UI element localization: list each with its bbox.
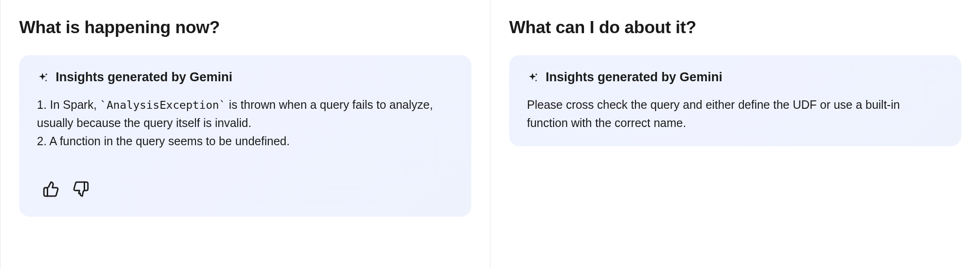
insight-header: Insights generated by Gemini: [527, 70, 944, 85]
thumbs-up-icon: [43, 181, 59, 199]
insight-card-whats-happening: Insights generated by Gemini 1. In Spark…: [19, 55, 471, 217]
insight-line-1-prefix: 1. In Spark,: [37, 98, 100, 111]
thumbs-up-button[interactable]: [41, 179, 61, 201]
insights-container: What is happening now? Insights generate…: [0, 0, 980, 268]
insight-line-2: 2. A function in the query seems to be u…: [37, 132, 454, 150]
insight-body: Please cross check the query and either …: [527, 96, 944, 132]
insight-code-token: `AnalysisException`: [100, 99, 226, 112]
insight-body: 1. In Spark, `AnalysisException` is thro…: [37, 96, 454, 150]
insight-title: Insights generated by Gemini: [546, 70, 722, 85]
insight-line-1: 1. In Spark, `AnalysisException` is thro…: [37, 96, 454, 132]
feedback-row: [37, 179, 454, 201]
sparkle-icon: [527, 71, 539, 84]
panel-what-to-do: What can I do about it? Insights generat…: [490, 0, 980, 268]
insight-header: Insights generated by Gemini: [37, 70, 454, 85]
thumbs-down-button[interactable]: [71, 179, 91, 201]
insight-title: Insights generated by Gemini: [56, 70, 232, 85]
thumbs-down-icon: [72, 181, 89, 199]
panel-heading-whats-happening: What is happening now?: [19, 18, 471, 37]
sparkle-icon: [37, 71, 49, 84]
panel-whats-happening: What is happening now? Insights generate…: [0, 0, 490, 268]
panel-heading-what-to-do: What can I do about it?: [509, 18, 961, 37]
insight-card-what-to-do: Insights generated by Gemini Please cros…: [509, 55, 961, 146]
